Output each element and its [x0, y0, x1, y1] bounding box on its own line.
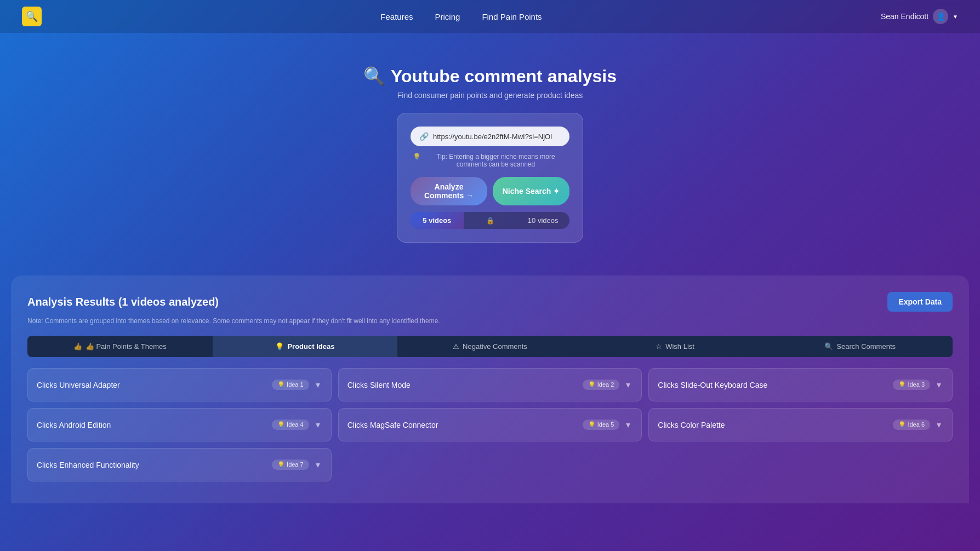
- search-card: 🔗 💡 Tip: Entering a bigger niche means m…: [397, 113, 583, 243]
- hero-subtitle: Find consumer pain points and generate p…: [11, 91, 969, 100]
- idea-6-label: Clicks Color Palette: [658, 421, 725, 429]
- idea-5-badge: 💡 Idea 5: [583, 420, 620, 430]
- idea-5-label: Clicks MagSafe Connector: [347, 421, 438, 429]
- idea-card-6[interactable]: Clicks Color Palette 💡 Idea 6 ▾: [648, 408, 953, 441]
- idea-card-4[interactable]: Clicks Android Edition 💡 Idea 4 ▾: [27, 408, 332, 441]
- search-icon: 🔍: [824, 342, 833, 351]
- idea-4-label: Clicks Android Edition: [37, 421, 111, 429]
- nav-links: Features Pricing Find Pain Points: [380, 12, 542, 21]
- idea-3-label: Clicks Slide-Out Keyboard Case: [658, 381, 767, 389]
- idea-card-3[interactable]: Clicks Slide-Out Keyboard Case 💡 Idea 3 …: [648, 368, 953, 401]
- nav-features[interactable]: Features: [380, 12, 413, 21]
- results-section: Analysis Results (1 videos analyzed) Exp…: [11, 276, 969, 503]
- idea-card-4-right: 💡 Idea 4 ▾: [272, 417, 322, 432]
- nav-pricing[interactable]: Pricing: [435, 12, 460, 21]
- idea-card-7-left: Clicks Enhanced Functionality: [37, 461, 139, 469]
- nav-find-pain-points[interactable]: Find Pain Points: [482, 12, 542, 21]
- idea-card-1-right: 💡 Idea 1 ▾: [272, 377, 322, 392]
- nav-user-name: Sean Endicott: [881, 12, 928, 21]
- idea-2-label: Clicks Silent Mode: [347, 381, 411, 389]
- idea-card-2[interactable]: Clicks Silent Mode 💡 Idea 2 ▾: [338, 368, 642, 401]
- warning-icon: ⚠: [453, 342, 459, 351]
- search-circle-icon: 🔍: [363, 66, 385, 87]
- video-options: 5 videos 🔒 10 videos: [411, 212, 569, 229]
- idea-card-2-right: 💡 Idea 2 ▾: [583, 377, 633, 392]
- lock-icon: 🔒: [486, 217, 494, 225]
- tab-pain-points[interactable]: 👍 👍 Pain Points & Themes: [27, 336, 213, 357]
- idea-card-2-left: Clicks Silent Mode: [347, 381, 411, 389]
- idea-7-chevron-icon[interactable]: ▾: [314, 457, 322, 472]
- tab-negative-comments[interactable]: ⚠ Negative Comments: [397, 336, 583, 357]
- idea-4-badge: 💡 Idea 4: [272, 420, 309, 430]
- hero-section: 🔍 Youtube comment analysis Find consumer…: [0, 33, 980, 265]
- idea-2-chevron-icon[interactable]: ▾: [624, 377, 633, 392]
- url-input[interactable]: [433, 133, 561, 141]
- logo[interactable]: 🔍: [22, 7, 42, 26]
- idea-1-chevron-icon[interactable]: ▾: [314, 377, 322, 392]
- idea-card-5-right: 💡 Idea 5 ▾: [583, 417, 633, 432]
- export-data-button[interactable]: Export Data: [887, 292, 953, 312]
- idea-card-5[interactable]: Clicks MagSafe Connector 💡 Idea 5 ▾: [338, 408, 642, 441]
- tab-wish-list[interactable]: ☆ Wish List: [583, 336, 768, 357]
- star-icon: ☆: [656, 342, 662, 351]
- tip-icon: 💡: [413, 153, 421, 160]
- idea-2-badge: 💡 Idea 2: [583, 380, 620, 390]
- tab-search-comments[interactable]: 🔍 Search Comments: [767, 336, 953, 357]
- idea-card-4-left: Clicks Android Edition: [37, 421, 111, 429]
- results-note: Note: Comments are grouped into themes b…: [27, 317, 953, 325]
- lock-divider: 🔒: [464, 212, 517, 229]
- idea-card-3-left: Clicks Slide-Out Keyboard Case: [658, 381, 767, 389]
- idea-card-5-left: Clicks MagSafe Connector: [347, 421, 438, 429]
- results-header: Analysis Results (1 videos analyzed) Exp…: [27, 292, 953, 312]
- idea-1-label: Clicks Universal Adapter: [37, 381, 120, 389]
- navbar: 🔍 Features Pricing Find Pain Points Sean…: [0, 0, 980, 33]
- idea-3-badge: 💡 Idea 3: [893, 380, 930, 390]
- tip-label: Tip: Entering a bigger niche means more …: [424, 153, 567, 168]
- thumbs-up-icon: 👍: [73, 342, 82, 351]
- idea-1-badge: 💡 Idea 1: [272, 380, 309, 390]
- niche-search-button[interactable]: Niche Search ✦: [493, 177, 569, 205]
- idea-card-7-right: 💡 Idea 7 ▾: [272, 457, 322, 472]
- idea-card-6-left: Clicks Color Palette: [658, 421, 725, 429]
- user-avatar-icon: 👤: [933, 9, 948, 24]
- ideas-grid: Clicks Universal Adapter 💡 Idea 1 ▾ Clic…: [27, 368, 953, 481]
- lightbulb-icon: 💡: [275, 342, 284, 351]
- idea-5-chevron-icon[interactable]: ▾: [624, 417, 633, 432]
- idea-4-chevron-icon[interactable]: ▾: [314, 417, 322, 432]
- idea-6-chevron-icon[interactable]: ▾: [935, 417, 943, 432]
- idea-card-1[interactable]: Clicks Universal Adapter 💡 Idea 1 ▾: [27, 368, 332, 401]
- idea-3-chevron-icon[interactable]: ▾: [935, 377, 943, 392]
- five-videos-option[interactable]: 5 videos: [411, 212, 464, 229]
- results-title: Analysis Results (1 videos analyzed): [27, 296, 219, 308]
- tab-product-ideas[interactable]: 💡 Product Ideas: [213, 336, 398, 357]
- idea-6-badge: 💡 Idea 6: [893, 420, 930, 430]
- results-tabs: 👍 👍 Pain Points & Themes 💡 Product Ideas…: [27, 336, 953, 357]
- idea-card-7[interactable]: Clicks Enhanced Functionality 💡 Idea 7 ▾: [27, 448, 332, 481]
- ten-videos-option[interactable]: 10 videos: [516, 212, 569, 229]
- hero-title: 🔍 Youtube comment analysis: [11, 66, 969, 87]
- idea-card-6-right: 💡 Idea 6 ▾: [893, 417, 943, 432]
- idea-7-badge: 💡 Idea 7: [272, 460, 309, 470]
- action-buttons: Analyze Comments → Niche Search ✦: [411, 177, 569, 205]
- analyze-comments-button[interactable]: Analyze Comments →: [411, 177, 487, 205]
- url-input-wrap: 🔗: [411, 127, 569, 146]
- tip-section: 💡 Tip: Entering a bigger niche means mor…: [413, 153, 567, 168]
- idea-card-1-left: Clicks Universal Adapter: [37, 381, 120, 389]
- nav-chevron-down-icon: ▼: [953, 14, 958, 20]
- link-icon: 🔗: [419, 132, 429, 141]
- idea-7-label: Clicks Enhanced Functionality: [37, 461, 139, 469]
- idea-card-3-right: 💡 Idea 3 ▾: [893, 377, 943, 392]
- nav-user[interactable]: Sean Endicott 👤 ▼: [881, 9, 958, 24]
